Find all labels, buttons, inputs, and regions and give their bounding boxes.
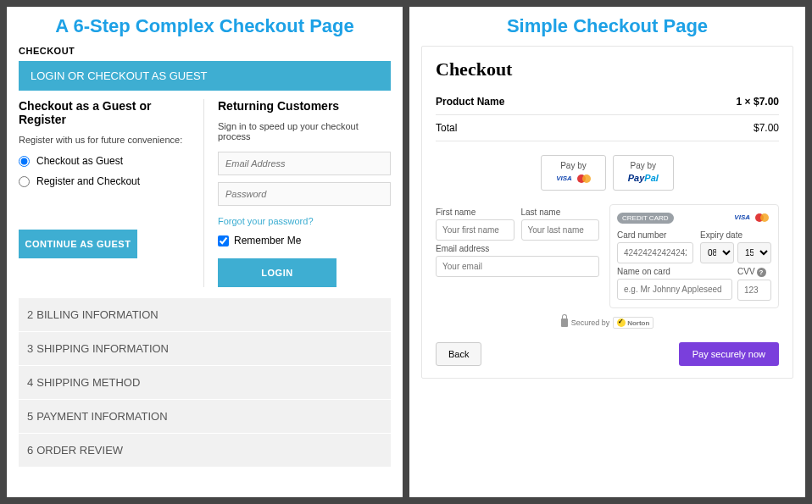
first-name-label: First name xyxy=(436,208,514,217)
pay-by-card-button[interactable]: Pay by VISA xyxy=(541,155,606,191)
visa-icon: VISA xyxy=(731,213,753,222)
name-on-card-input[interactable] xyxy=(617,279,732,300)
step-5[interactable]: 5PAYMENT INFORMATION xyxy=(19,399,391,433)
radio-label: Checkout as Guest xyxy=(36,155,123,167)
email-label: Email address xyxy=(436,244,599,253)
step-2[interactable]: 2BILLING INFORMATION xyxy=(19,297,391,331)
simple-checkout-panel: Simple Checkout Page Checkout Product Na… xyxy=(409,7,805,497)
total-row: Total $7.00 xyxy=(436,115,779,141)
guest-heading: Checkout as a Guest or Register xyxy=(19,99,192,126)
first-name-input[interactable] xyxy=(436,219,514,241)
step-3[interactable]: 3SHIPPING INFORMATION xyxy=(19,331,391,365)
radio-register-checkout-input[interactable] xyxy=(19,176,30,187)
remember-me-input[interactable] xyxy=(218,235,229,246)
radio-register-checkout[interactable]: Register and Checkout xyxy=(19,175,192,187)
email-input[interactable] xyxy=(218,152,391,175)
last-name-label: Last name xyxy=(521,208,600,217)
cvv-input[interactable] xyxy=(737,280,771,301)
expiry-month-select[interactable]: 08 xyxy=(700,242,734,263)
expiry-label: Expiry date xyxy=(700,230,771,240)
mastercard-icon xyxy=(754,213,771,223)
card-number-label: Card number xyxy=(617,230,693,240)
name-on-card-label: Name on card xyxy=(617,267,732,276)
credit-card-box: CREDIT CARD VISA Card number Expiry date xyxy=(609,204,779,308)
secured-by: Secured by Norton xyxy=(436,317,779,329)
checkout-label: CHECKOUT xyxy=(19,46,391,56)
login-button[interactable]: LOGIN xyxy=(218,258,336,287)
step-1-banner: LOGIN OR CHECKOUT AS GUEST xyxy=(19,61,391,91)
check-icon xyxy=(617,318,626,327)
checkout-heading: Checkout xyxy=(436,58,779,80)
pay-securely-button[interactable]: Pay securely now xyxy=(679,342,779,366)
guest-hint: Register with us for future convenience: xyxy=(19,135,192,145)
norton-badge: Norton xyxy=(613,317,653,329)
cvv-label: CVV? xyxy=(737,267,771,277)
right-title: Simple Checkout Page xyxy=(421,15,793,37)
lock-icon xyxy=(561,318,568,327)
password-input[interactable] xyxy=(218,182,391,206)
customer-fields: First name Last name Email address xyxy=(436,204,599,308)
credit-card-badge: CREDIT CARD xyxy=(617,213,674,224)
card-number-input[interactable] xyxy=(617,242,693,263)
continue-as-guest-button[interactable]: CONTINUE AS GUEST xyxy=(19,230,137,258)
forgot-password-link[interactable]: Forgot your password? xyxy=(218,216,391,226)
checkout-card: Checkout Product Name 1 × $7.00 Total $7… xyxy=(421,46,793,379)
help-icon[interactable]: ? xyxy=(757,268,766,277)
guest-column: Checkout as a Guest or Register Register… xyxy=(19,99,204,287)
last-name-input[interactable] xyxy=(521,219,600,241)
visa-icon: VISA xyxy=(553,174,575,183)
product-qty-price: 1 × $7.00 xyxy=(737,96,779,108)
total-label: Total xyxy=(436,122,457,134)
step-4[interactable]: 4SHIPPING METHOD xyxy=(19,365,391,399)
remember-me-label: Remember Me xyxy=(234,235,301,246)
email-input-simple[interactable] xyxy=(436,256,599,277)
paypal-icon: PayPal xyxy=(628,173,659,183)
radio-checkout-guest[interactable]: Checkout as Guest xyxy=(19,155,192,167)
radio-checkout-guest-input[interactable] xyxy=(19,156,30,167)
total-value: $7.00 xyxy=(754,122,779,134)
returning-hint: Sign in to speed up your checkout proces… xyxy=(218,121,391,141)
product-name: Product Name xyxy=(436,96,504,108)
step-6[interactable]: 6ORDER REVIEW xyxy=(19,433,391,467)
back-button[interactable]: Back xyxy=(436,342,481,366)
complex-checkout-panel: A 6-Step Complex Checkout Page CHECKOUT … xyxy=(7,7,403,497)
radio-label: Register and Checkout xyxy=(36,175,140,187)
expiry-year-select[interactable]: 15 xyxy=(737,242,771,263)
product-row: Product Name 1 × $7.00 xyxy=(436,89,779,115)
mastercard-icon xyxy=(576,174,593,184)
remember-me-checkbox[interactable]: Remember Me xyxy=(218,235,391,246)
left-title: A 6-Step Complex Checkout Page xyxy=(19,15,391,37)
step-list: 2BILLING INFORMATION 3SHIPPING INFORMATI… xyxy=(19,297,391,467)
returning-heading: Returning Customers xyxy=(218,99,391,113)
returning-column: Returning Customers Sign in to speed up … xyxy=(218,99,391,287)
pay-by-paypal-button[interactable]: Pay by PayPal xyxy=(613,155,674,191)
